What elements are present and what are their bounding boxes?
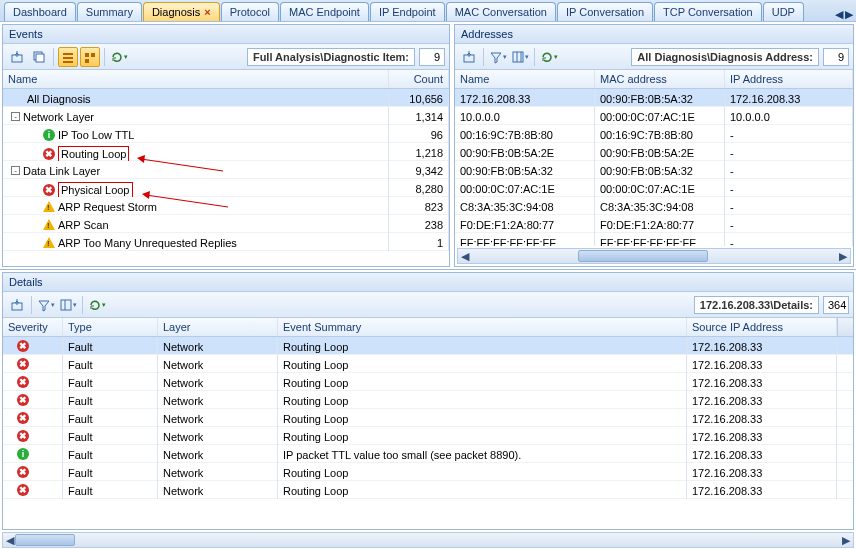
details-cell-src: 172.16.208.33 <box>687 463 837 481</box>
details-header-summary[interactable]: Event Summary <box>278 318 687 336</box>
details-row[interactable]: ✖FaultNetworkRouting Loop172.16.208.33 <box>3 481 853 499</box>
details-title: Details <box>3 273 853 292</box>
tab-ip-endpoint[interactable]: IP Endpoint <box>370 2 445 21</box>
info-icon: i <box>43 129 55 141</box>
events-header-count[interactable]: Count <box>389 70 449 88</box>
details-row[interactable]: ✖FaultNetworkRouting Loop172.16.208.33 <box>3 409 853 427</box>
filter-events-icon[interactable] <box>58 47 78 67</box>
refresh-icon[interactable]: ▾ <box>109 47 129 67</box>
events-row[interactable]: ARP Too Many Unrequested Replies1 <box>3 233 449 251</box>
tab-mac-endpoint[interactable]: MAC Endpoint <box>280 2 369 21</box>
addresses-cell-mac: FF:FF:FF:FF:FF:FF <box>595 233 725 247</box>
filter-icon[interactable]: ▾ <box>488 47 508 67</box>
columns-icon[interactable]: ▾ <box>58 295 78 315</box>
filter-ip-icon[interactable] <box>80 47 100 67</box>
details-hscrollbar[interactable]: ◀ ▶ <box>2 532 854 548</box>
tab-scroll-left-icon[interactable]: ◀ <box>835 8 843 21</box>
details-grid[interactable]: Severity Type Layer Event Summary Source… <box>3 318 853 529</box>
addresses-panel: Addresses ▾ ▾ ▾ All Diagnosis\Diagnosis … <box>454 24 854 267</box>
export-icon[interactable] <box>7 47 27 67</box>
addresses-header-ip[interactable]: IP Address <box>725 70 853 88</box>
addresses-row[interactable]: 00:16:9C:7B:8B:8000:16:9C:7B:8B:80- <box>455 125 853 143</box>
details-row[interactable]: ✖FaultNetworkRouting Loop172.16.208.33 <box>3 427 853 445</box>
tab-scroll-right-icon[interactable]: ▶ <box>845 8 853 21</box>
events-row[interactable]: ARP Request Storm823 <box>3 197 449 215</box>
tree-expander-icon[interactable]: - <box>11 166 20 175</box>
details-header-layer[interactable]: Layer <box>158 318 278 336</box>
details-cell-severity: ✖ <box>3 463 63 481</box>
details-cell-severity: ✖ <box>3 481 63 499</box>
addresses-grid[interactable]: Name MAC address IP Address 172.16.208.3… <box>455 70 853 246</box>
details-row[interactable]: ✖FaultNetworkRouting Loop172.16.208.33 <box>3 337 853 355</box>
addresses-cell-name: 00:90:FB:0B:5A:32 <box>455 161 595 179</box>
addresses-toolbar: ▾ ▾ ▾ All Diagnosis\Diagnosis Address: 9 <box>455 44 853 70</box>
events-row-label: Routing Loop <box>58 146 129 161</box>
addresses-row[interactable]: FF:FF:FF:FF:FF:FFFF:FF:FF:FF:FF:FF- <box>455 233 853 246</box>
copy-icon[interactable] <box>29 47 49 67</box>
tab-close-icon[interactable]: × <box>204 6 210 18</box>
separator <box>82 296 83 314</box>
events-grid[interactable]: Name Count All Diagnosis10,656-Network L… <box>3 70 449 266</box>
tab-udp[interactable]: UDP <box>763 2 804 21</box>
svg-rect-6 <box>85 53 89 57</box>
addresses-row[interactable]: 172.16.208.3300:90:FB:0B:5A:32172.16.208… <box>455 89 853 107</box>
details-panel: Details ▾ ▾ ▾ 172.16.208.33\Details: 364… <box>2 272 854 530</box>
details-header-source[interactable]: Source IP Address <box>687 318 837 336</box>
tab-dashboard[interactable]: Dashboard <box>4 2 76 21</box>
events-row[interactable]: -Network Layer1,314 <box>3 107 449 125</box>
details-header-severity[interactable]: Severity <box>3 318 63 336</box>
events-row[interactable]: ✖Routing Loop1,218 <box>3 143 449 161</box>
refresh-icon[interactable]: ▾ <box>539 47 559 67</box>
events-row[interactable]: ✖Physical Loop8,280 <box>3 179 449 197</box>
details-row[interactable]: ✖FaultNetworkRouting Loop172.16.208.33 <box>3 373 853 391</box>
tree-expander-icon[interactable]: - <box>11 112 20 121</box>
export-icon[interactable] <box>7 295 27 315</box>
scroll-right-icon[interactable]: ▶ <box>836 249 850 263</box>
details-row[interactable]: iFaultNetworkIP packet TTL value too sma… <box>3 445 853 463</box>
addresses-row[interactable]: F0:DE:F1:2A:80:77F0:DE:F1:2A:80:77- <box>455 215 853 233</box>
details-cell-src: 172.16.208.33 <box>687 409 837 427</box>
events-header-name[interactable]: Name <box>3 70 389 88</box>
separator <box>53 48 54 66</box>
addresses-hscrollbar[interactable]: ◀ ▶ <box>457 248 851 264</box>
tab-diagnosis[interactable]: Diagnosis× <box>143 2 220 21</box>
separator <box>534 48 535 66</box>
scroll-thumb[interactable] <box>578 250 708 262</box>
details-cell-severity: ✖ <box>3 391 63 409</box>
details-cell-type: Fault <box>63 373 158 391</box>
tab-mac-conversation[interactable]: MAC Conversation <box>446 2 556 21</box>
export-icon[interactable] <box>459 47 479 67</box>
scroll-thumb[interactable] <box>15 534 75 546</box>
tab-ip-conversation[interactable]: IP Conversation <box>557 2 653 21</box>
columns-icon[interactable]: ▾ <box>510 47 530 67</box>
details-row[interactable]: ✖FaultNetworkRouting Loop172.16.208.33 <box>3 391 853 409</box>
scroll-right-icon[interactable]: ▶ <box>839 533 853 547</box>
addresses-row[interactable]: 00:90:FB:0B:5A:3200:90:FB:0B:5A:32- <box>455 161 853 179</box>
addresses-cell-ip: - <box>725 215 853 233</box>
separator <box>483 48 484 66</box>
addresses-header-name[interactable]: Name <box>455 70 595 88</box>
addresses-header-mac[interactable]: MAC address <box>595 70 725 88</box>
details-row[interactable]: ✖FaultNetworkRouting Loop172.16.208.33 <box>3 463 853 481</box>
tab-protocol[interactable]: Protocol <box>221 2 279 21</box>
addresses-row[interactable]: 00:00:0C:07:AC:1E00:00:0C:07:AC:1E- <box>455 179 853 197</box>
events-row[interactable]: All Diagnosis10,656 <box>3 89 449 107</box>
details-row[interactable]: ✖FaultNetworkRouting Loop172.16.208.33 <box>3 355 853 373</box>
addresses-cell-ip: 172.16.208.33 <box>725 89 853 107</box>
addresses-row[interactable]: 00:90:FB:0B:5A:2E00:90:FB:0B:5A:2E- <box>455 143 853 161</box>
tab-summary[interactable]: Summary <box>77 2 142 21</box>
events-row-count: 96 <box>389 125 449 143</box>
addresses-row[interactable]: 10.0.0.000:00:0C:07:AC:1E10.0.0.0 <box>455 107 853 125</box>
details-header-type[interactable]: Type <box>63 318 158 336</box>
filter-icon[interactable]: ▾ <box>36 295 56 315</box>
events-row[interactable]: -Data Link Layer9,342 <box>3 161 449 179</box>
svg-rect-3 <box>63 53 73 55</box>
details-cell-layer: Network <box>158 463 278 481</box>
details-cell-type: Fault <box>63 337 158 355</box>
events-row[interactable]: ARP Scan238 <box>3 215 449 233</box>
scroll-left-icon[interactable]: ◀ <box>458 249 472 263</box>
addresses-row[interactable]: C8:3A:35:3C:94:08C8:3A:35:3C:94:08- <box>455 197 853 215</box>
events-row[interactable]: iIP Too Low TTL96 <box>3 125 449 143</box>
tab-tcp-conversation[interactable]: TCP Conversation <box>654 2 762 21</box>
refresh-icon[interactable]: ▾ <box>87 295 107 315</box>
